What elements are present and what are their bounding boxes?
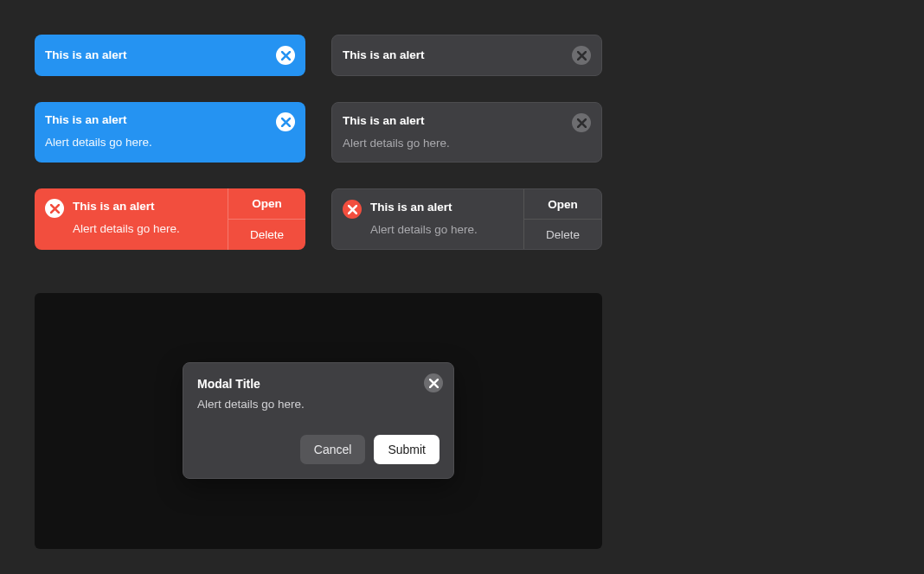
alert-text: This is an alert xyxy=(45,48,267,63)
close-icon[interactable] xyxy=(424,373,443,392)
alert-body: This is an alert Alert details go here. xyxy=(332,103,601,162)
submit-button[interactable]: Submit xyxy=(374,435,440,464)
alert-title: This is an alert xyxy=(73,199,217,214)
close-icon[interactable] xyxy=(572,46,591,65)
close-icon[interactable] xyxy=(572,113,591,132)
alert-description: Alert details go here. xyxy=(73,221,217,238)
delete-button[interactable]: Delete xyxy=(523,219,601,249)
close-icon[interactable] xyxy=(276,112,295,131)
alert-neutral-simple: This is an alert xyxy=(331,35,602,76)
modal-description: Alert details go here. xyxy=(197,398,440,411)
alert-danger-actions: This is an alert Alert details go here. … xyxy=(35,188,305,249)
alert-text: This is an alert Alert details go here. xyxy=(370,200,513,238)
alert-title: This is an alert xyxy=(45,112,267,128)
alert-grid: This is an alert This is an alert This i… xyxy=(35,35,889,250)
alert-body: This is an alert xyxy=(35,35,305,76)
modal: Modal Title Alert details go here. Cance… xyxy=(183,362,454,479)
alert-description: Alert details go here. xyxy=(45,135,267,151)
alert-info-detail: This is an alert Alert details go here. xyxy=(35,102,305,163)
alert-title: This is an alert xyxy=(343,113,563,129)
alert-neutral-danger-actions: This is an alert Alert details go here. … xyxy=(331,188,602,249)
alert-text: This is an alert Alert details go here. xyxy=(343,113,563,151)
modal-backdrop: Modal Title Alert details go here. Cance… xyxy=(35,293,602,549)
alert-actions: Open Delete xyxy=(523,189,601,248)
alert-text: This is an alert Alert details go here. xyxy=(73,199,217,237)
error-icon xyxy=(45,199,64,218)
alert-text: This is an alert Alert details go here. xyxy=(45,112,267,150)
delete-button[interactable]: Delete xyxy=(228,219,305,250)
modal-title: Modal Title xyxy=(197,377,440,391)
alert-description: Alert details go here. xyxy=(370,222,513,239)
alert-title: This is an alert xyxy=(370,200,513,215)
alert-body: This is an alert Alert details go here. xyxy=(332,189,523,248)
open-button[interactable]: Open xyxy=(228,188,305,219)
error-icon xyxy=(343,200,362,219)
alert-body: This is an alert Alert details go here. xyxy=(35,188,228,249)
open-button[interactable]: Open xyxy=(523,189,601,219)
alert-body: This is an alert Alert details go here. xyxy=(35,102,305,163)
alert-title: This is an alert xyxy=(45,48,267,63)
alert-text: This is an alert xyxy=(343,48,563,63)
alert-info-simple: This is an alert xyxy=(35,35,305,76)
alert-description: Alert details go here. xyxy=(343,136,563,152)
alert-actions: Open Delete xyxy=(228,188,305,249)
alert-neutral-detail: This is an alert Alert details go here. xyxy=(331,102,602,163)
close-icon[interactable] xyxy=(276,46,295,65)
alert-title: This is an alert xyxy=(343,48,563,63)
modal-footer: Cancel Submit xyxy=(197,435,440,464)
cancel-button[interactable]: Cancel xyxy=(300,435,366,464)
alert-body: This is an alert xyxy=(332,35,601,75)
